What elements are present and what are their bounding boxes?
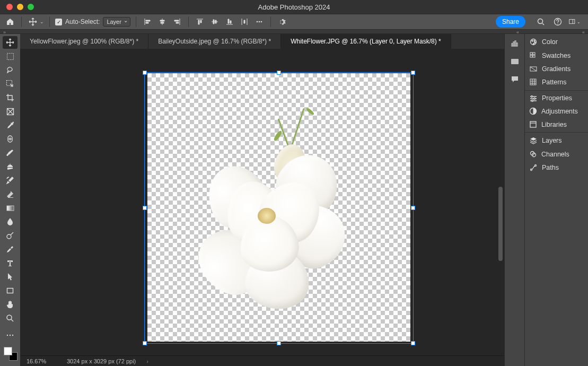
- gear-icon[interactable]: [276, 16, 288, 28]
- svg-point-0: [257, 21, 258, 23]
- svg-rect-31: [530, 79, 536, 85]
- align-top-icon[interactable]: [194, 16, 206, 28]
- object-select-tool[interactable]: [3, 77, 17, 90]
- vertical-scrollbar[interactable]: [498, 81, 503, 345]
- brush-tool[interactable]: [3, 146, 17, 159]
- svg-rect-17: [512, 43, 513, 46]
- auto-select-dropdown[interactable]: Layer: [103, 17, 130, 27]
- align-vcenter-icon[interactable]: [209, 16, 221, 28]
- svg-point-14: [7, 335, 8, 336]
- tab-yellowflower[interactable]: YellowFlower.jpeg @ 100% (RGB/8*) *: [20, 34, 148, 49]
- handle-tl[interactable]: [143, 71, 147, 75]
- share-button[interactable]: Share: [496, 16, 525, 28]
- zoom-field[interactable]: 16.67%: [27, 358, 56, 364]
- panel-properties[interactable]: Properties: [525, 92, 588, 104]
- handle-bl[interactable]: [143, 341, 147, 345]
- hand-tool[interactable]: [3, 298, 17, 311]
- clone-stamp-tool[interactable]: [3, 160, 17, 173]
- document-area: YellowFlower.jpeg @ 100% (RGB/8*) * Bail…: [20, 34, 504, 366]
- svg-point-2: [261, 21, 262, 23]
- align-hcenter-icon[interactable]: [156, 16, 168, 28]
- search-icon[interactable]: [535, 16, 547, 28]
- histogram-icon[interactable]: [510, 38, 520, 49]
- svg-point-25: [534, 42, 536, 43]
- svg-rect-18: [513, 42, 514, 46]
- handle-br[interactable]: [411, 341, 415, 345]
- panel-channels[interactable]: Channels: [525, 147, 588, 161]
- status-chevron-icon[interactable]: ›: [146, 358, 148, 364]
- svg-rect-10: [7, 206, 14, 211]
- home-button[interactable]: [4, 16, 16, 28]
- tab-baileyoutside[interactable]: BaileyOutside.jpeg @ 16.7% (RGB/8*) *: [148, 34, 281, 49]
- pen-tool[interactable]: [3, 243, 17, 256]
- minimize-window-button[interactable]: [17, 4, 23, 10]
- eraser-tool[interactable]: [3, 188, 17, 201]
- svg-point-15: [10, 335, 11, 336]
- panel-adjustments[interactable]: Adjustments: [525, 104, 588, 118]
- healing-brush-tool[interactable]: [3, 133, 17, 145]
- document-tabs: YellowFlower.jpeg @ 100% (RGB/8*) * Bail…: [20, 34, 504, 49]
- svg-point-23: [532, 40, 533, 41]
- blur-tool[interactable]: [3, 215, 17, 228]
- transform-bounds[interactable]: [144, 72, 414, 344]
- handle-bm[interactable]: [277, 341, 281, 345]
- marquee-tool[interactable]: [3, 50, 17, 63]
- svg-point-1: [259, 21, 260, 23]
- comments-icon[interactable]: [510, 74, 520, 85]
- align-right-icon[interactable]: [171, 16, 183, 28]
- svg-rect-21: [511, 59, 519, 64]
- panel-paths[interactable]: Paths: [525, 161, 588, 175]
- svg-rect-19: [515, 41, 516, 46]
- collapse-strip-top[interactable]: » « «: [0, 30, 588, 34]
- crop-tool[interactable]: [3, 91, 17, 104]
- auto-select-checkbox[interactable]: ✓: [55, 19, 62, 25]
- distribute-icon[interactable]: [239, 16, 250, 28]
- options-bar: ⌄ ✓ Auto-Select: Layer Share ⌄: [0, 14, 588, 30]
- path-select-tool[interactable]: [3, 271, 17, 283]
- panel-swatches[interactable]: Swatches: [525, 49, 588, 63]
- svg-point-24: [534, 40, 535, 41]
- handle-mr[interactable]: [411, 206, 415, 210]
- svg-rect-29: [533, 55, 535, 57]
- workspace-switcher-icon[interactable]: ⌄: [569, 16, 581, 28]
- zoom-tool[interactable]: [3, 312, 17, 325]
- svg-point-11: [7, 234, 11, 239]
- maximize-window-button[interactable]: [28, 4, 34, 10]
- doc-info[interactable]: 3024 px x 3029 px (72 ppi): [67, 358, 136, 364]
- handle-tm[interactable]: [277, 71, 281, 75]
- rectangle-tool[interactable]: [3, 284, 17, 297]
- eyedropper-tool[interactable]: [3, 119, 17, 132]
- panel-libraries[interactable]: Libraries: [525, 118, 588, 131]
- color-swatches[interactable]: [3, 346, 17, 361]
- history-brush-tool[interactable]: [3, 174, 17, 187]
- panel-layers[interactable]: Layers: [525, 134, 588, 147]
- svg-rect-12: [7, 289, 13, 293]
- align-bottom-icon[interactable]: [224, 16, 235, 28]
- frame-tool[interactable]: [3, 105, 17, 118]
- move-tool[interactable]: [3, 36, 17, 49]
- panel-patterns[interactable]: Patterns: [525, 75, 588, 89]
- svg-rect-27: [533, 53, 535, 55]
- history-icon[interactable]: [510, 56, 520, 67]
- panel-gradients[interactable]: Gradients: [525, 63, 588, 75]
- collapsed-panel-rail: [504, 34, 524, 366]
- tab-whiteflower[interactable]: WhiteFlower.JPG @ 16.7% (Layer 0, Layer …: [281, 34, 451, 49]
- canvas[interactable]: [20, 49, 504, 355]
- lasso-tool[interactable]: [3, 64, 17, 76]
- help-icon[interactable]: [552, 16, 564, 28]
- svg-point-13: [7, 315, 12, 320]
- move-tool-icon[interactable]: [27, 16, 39, 28]
- gradient-tool[interactable]: [3, 202, 17, 214]
- close-window-button[interactable]: [6, 4, 13, 10]
- edit-toolbar-icon[interactable]: [3, 329, 17, 342]
- svg-point-16: [12, 335, 13, 336]
- title-bar: Adobe Photoshop 2024: [0, 0, 588, 14]
- align-left-icon[interactable]: [142, 16, 153, 28]
- handle-tr[interactable]: [411, 71, 415, 75]
- more-options-icon[interactable]: [253, 16, 265, 28]
- handle-ml[interactable]: [143, 206, 147, 210]
- dodge-tool[interactable]: [3, 229, 17, 242]
- panel-color[interactable]: Color: [525, 35, 588, 49]
- type-tool[interactable]: [3, 257, 17, 269]
- right-panels: Color Swatches Gradients Patterns Proper…: [524, 34, 588, 366]
